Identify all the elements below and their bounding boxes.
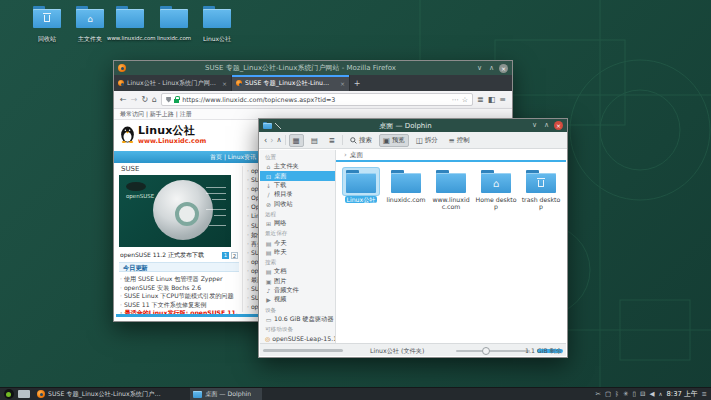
maximize-button[interactable]: ∧ [487, 64, 496, 73]
folder-icon [391, 170, 421, 193]
panel-settings-icon[interactable]: ≡ [702, 388, 707, 400]
minimize-button[interactable]: ∨ [530, 121, 539, 130]
battery-icon[interactable]: ▯ [632, 388, 636, 400]
reload-icon[interactable]: ↻ [141, 95, 148, 104]
opensuse-cd-image[interactable]: openSUSE [119, 175, 231, 247]
taskbar: SUSE 专题_Linux公社-Linux系统门户… 桌面 — Dolphin … [0, 387, 711, 400]
places-header-remote: 远程 [260, 209, 335, 219]
places-item-yesterday[interactable]: ▤昨天 [260, 248, 335, 257]
sidebar-toggle-icon[interactable]: ◧ [488, 95, 496, 104]
compact-view-button[interactable]: ▤ [307, 134, 322, 147]
url-text[interactable]: https://www.linuxidc.com/topicnews.aspx?… [182, 96, 449, 104]
article-link[interactable]: SUSE Linux 下CPU节能模式引发的问题 [120, 292, 242, 301]
file-label: Linux公社 [345, 196, 376, 203]
places-item-today[interactable]: ▤今天 [260, 238, 335, 247]
zoom-slider-handle[interactable] [482, 347, 490, 355]
places-item-documents[interactable]: ▤文档 [260, 267, 335, 276]
file-item-trash-desktop[interactable]: trash desktop [519, 168, 563, 210]
application-launcher-icon[interactable] [4, 389, 14, 399]
tray-expand-icon[interactable]: ∧ [658, 388, 662, 400]
desktop-icon-www-linuxidc[interactable]: www.linuxidc.com [107, 6, 153, 41]
up-icon[interactable]: ∧ [276, 134, 281, 147]
forward-icon[interactable]: › [270, 134, 273, 147]
trash-emblem-icon [538, 180, 544, 187]
desktop-icon-linuxidc[interactable]: linuxidc.com [151, 6, 197, 41]
tab-label: Linux公社 - Linux系统门户网… [127, 79, 219, 88]
video-icon: ▶ [265, 296, 272, 303]
control-button[interactable]: ≡控制 [445, 134, 474, 147]
virtual-desktop-pager[interactable] [18, 390, 30, 398]
klipper-icon[interactable]: ✂ [595, 388, 600, 400]
zoom-slider[interactable] [456, 350, 530, 352]
tab-suse-topic[interactable]: SUSE 专题_Linux公社-Linu… × [232, 75, 350, 91]
search-button[interactable]: 搜索 [346, 134, 376, 147]
places-item-downloads[interactable]: ↓下载 [260, 181, 335, 190]
article-link[interactable]: openSUSE 安装 Bochs 2.6 [120, 284, 242, 293]
places-item-images[interactable]: ▣图片 [260, 277, 335, 286]
details-view-icon: ≣ [329, 136, 335, 145]
article-link[interactable]: 使用 SUSE Linux 包管理器 Zypper [120, 275, 242, 284]
tab-close-icon[interactable]: × [340, 80, 345, 87]
places-item-trash[interactable]: ⊘回收站 [260, 200, 335, 209]
preview-button[interactable]: ▣预览 [379, 134, 409, 147]
clipboard-icon[interactable]: ▢ [605, 388, 611, 400]
clock[interactable]: 8:37 上午 [667, 389, 698, 399]
desktop-icon-trash[interactable]: 回收站 [24, 6, 70, 44]
places-item-dvd[interactable]: ◎openSUSE-Leap-15.1-DVD [260, 334, 335, 343]
icons-view-button[interactable]: ▦ [289, 134, 304, 147]
home-icon[interactable]: ⌂ [152, 95, 157, 104]
forward-icon[interactable]: → [131, 95, 138, 104]
places-item-harddrive[interactable]: ▭10.6 GiB 硬盘驱动器 [260, 315, 335, 324]
taskbar-item-dolphin[interactable]: 桌面 — Dolphin [190, 388, 262, 400]
bluetooth-icon[interactable]: ᛒ [615, 388, 619, 400]
places-item-home[interactable]: ⌂主文件夹 [260, 162, 335, 171]
pagination-1[interactable]: 1 [222, 252, 229, 259]
file-item-www-linuxidc[interactable]: www.linuxidc.com [429, 168, 473, 210]
tab-linux-gongshe[interactable]: Linux公社 - Linux系统门户网… × [114, 75, 232, 91]
file-item-linux-gongshe[interactable]: Linux公社 [339, 168, 383, 210]
places-item-audio[interactable]: ♪音频文件 [260, 286, 335, 295]
page-actions-icon[interactable]: ⋯ [452, 96, 459, 104]
bookmark-star-icon[interactable]: ☆ [462, 96, 468, 104]
close-button[interactable]: × [499, 64, 508, 73]
details-view-button[interactable]: ≣ [325, 134, 339, 147]
pin-icon[interactable] [275, 123, 281, 129]
taskbar-item-firefox[interactable]: SUSE 专题_Linux公社-Linux系统门户… [34, 388, 186, 400]
url-bar[interactable]: https://www.linuxidc.com/topicnews.aspx?… [161, 93, 473, 106]
dolphin-titlebar[interactable]: 桌面 — Dolphin ∨ ∧ × [259, 119, 567, 132]
minimize-button[interactable]: ∨ [475, 64, 484, 73]
new-tab-button[interactable]: + [350, 75, 364, 91]
cd-caption-link[interactable]: openSUSE 11.2 正式发布下载 [120, 251, 220, 260]
folder-icon [526, 170, 556, 193]
pagination-2[interactable]: 2 [231, 252, 238, 259]
back-icon[interactable]: ← [120, 95, 127, 104]
firefox-titlebar[interactable]: SUSE 专题_Linux公社-Linux系统门户网站 - Mozilla Fi… [114, 61, 512, 75]
desktop-icon-linux-gongshe[interactable]: Linux公社 [194, 6, 240, 44]
site-logo[interactable]: Linux公社 www.Linuxidc.com [120, 123, 206, 145]
display-icon[interactable]: ⊟ [640, 388, 645, 400]
file-item-home-desktop[interactable]: ⌂ Home desktop [474, 168, 518, 210]
places-item-root[interactable]: /根目录 [260, 190, 335, 199]
places-scrollbar[interactable] [263, 349, 343, 352]
tab-close-icon[interactable]: × [222, 80, 227, 87]
breadcrumb-folder[interactable]: 桌面 [350, 151, 363, 160]
places-item-network[interactable]: ⊞网络 [260, 219, 335, 228]
volume-icon[interactable]: ◀ [649, 388, 654, 400]
folder-icon [436, 170, 466, 193]
places-item-desktop[interactable]: ⊡桌面 [260, 171, 335, 180]
library-icon[interactable]: ≣ [477, 95, 484, 104]
close-button[interactable]: × [554, 121, 563, 130]
places-item-videos[interactable]: ▶视频 [260, 295, 335, 304]
back-icon[interactable]: ‹ [264, 134, 267, 147]
bookmarks-items[interactable]: 最常访问 | 新手上路 | 注册 [120, 110, 192, 119]
breadcrumb[interactable]: › 桌面 [336, 150, 566, 162]
split-button[interactable]: ◫拆分 [412, 134, 442, 147]
today-updates-header: 今日更新 [119, 262, 239, 272]
article-link[interactable]: SUSE 11 下文件系统修复案例 [120, 301, 242, 310]
hamburger-menu-icon[interactable]: ≡ [499, 95, 506, 104]
firefox-icon [118, 64, 126, 72]
maximize-button[interactable]: ∧ [542, 121, 551, 130]
file-item-linuxidc[interactable]: linuxidc.com [384, 168, 428, 210]
images-icon: ▣ [265, 278, 272, 285]
notifier-icon[interactable]: ✳ [623, 388, 628, 400]
